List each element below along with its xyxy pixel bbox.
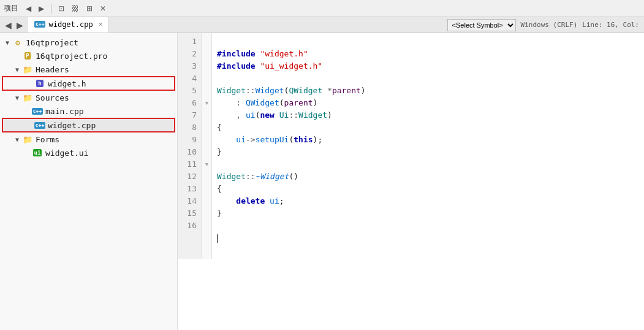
main-content: ▼ ⚙ 16qtproject P 16qtproject.pro ▼ 📁 He… bbox=[0, 33, 644, 330]
tree-item-widget-ui[interactable]: ui widget.ui bbox=[0, 146, 177, 159]
toolbar: 项目 ◀ ▶ ⊡ ⛓ ⊞ ✕ bbox=[0, 0, 644, 17]
widget-h-label: widget.h bbox=[48, 79, 86, 88]
marker-15 bbox=[202, 207, 211, 220]
empty-editor-area bbox=[178, 259, 644, 330]
line-num-11: 11 bbox=[180, 158, 197, 171]
line-numbers: 1 2 3 4 5 6 7 8 9 10 11 12 13 14 15 16 bbox=[178, 33, 202, 259]
line-num-6: 6 bbox=[180, 97, 197, 109]
tree-item-sources[interactable]: ▼ 📁 Sources bbox=[0, 91, 177, 104]
cursor-position: Line: 16, Col: bbox=[582, 21, 639, 29]
line-4: Widget::Widget(QWidget *parent) bbox=[217, 86, 366, 95]
line-5: : QWidget(parent) bbox=[217, 98, 317, 107]
forms-folder-icon: 📁 bbox=[22, 135, 33, 144]
nav-forward-button[interactable]: ▶ bbox=[36, 3, 47, 14]
toggle-headers: ▼ bbox=[12, 66, 22, 73]
filter-button[interactable]: ⊡ bbox=[56, 3, 67, 14]
cpp-main-icon: c++ bbox=[32, 107, 43, 115]
marker-16 bbox=[202, 220, 211, 232]
close-panel-button[interactable]: ✕ bbox=[97, 3, 108, 14]
tab-close-button[interactable]: × bbox=[99, 20, 103, 28]
h-icon: h bbox=[34, 79, 45, 88]
marker-5 bbox=[202, 85, 211, 97]
marker-12 bbox=[202, 171, 211, 183]
line-num-8: 8 bbox=[180, 121, 197, 134]
symbol-selector[interactable]: <Select Symbol> bbox=[447, 19, 516, 31]
split-button[interactable]: ⊞ bbox=[84, 3, 95, 14]
project-icon: ⚙ bbox=[12, 38, 23, 47]
line-ending: Windows (CRLF) bbox=[521, 21, 578, 29]
toggle-project: ▼ bbox=[2, 39, 12, 46]
line-num-15: 15 bbox=[180, 207, 197, 220]
tree-item-widget-h[interactable]: h widget.h bbox=[2, 77, 175, 90]
line-num-1: 1 bbox=[180, 36, 197, 48]
sources-label: Sources bbox=[36, 93, 69, 102]
ui-icon: ui bbox=[32, 148, 43, 157]
line-num-14: 14 bbox=[180, 195, 197, 207]
line-8: ui->setupUi(this); bbox=[217, 135, 322, 144]
line-num-16: 16 bbox=[180, 220, 197, 232]
code-area: 1 2 3 4 5 6 7 8 9 10 11 12 13 14 15 16 bbox=[178, 33, 644, 259]
tab-widget-cpp[interactable]: c++ widget.cpp × bbox=[28, 17, 109, 33]
toggle-sources: ▼ bbox=[12, 94, 22, 101]
sources-folder-icon: 📁 bbox=[22, 93, 33, 102]
line-num-3: 3 bbox=[180, 60, 197, 72]
tree-item-main-cpp[interactable]: c++ main.cpp bbox=[0, 104, 177, 118]
line-num-5: 5 bbox=[180, 85, 197, 97]
line-16 bbox=[217, 233, 218, 242]
marker-13 bbox=[202, 183, 211, 195]
forms-label: Forms bbox=[36, 135, 59, 144]
tab-nav-forward[interactable]: ▶ bbox=[15, 20, 25, 30]
link-button[interactable]: ⛓ bbox=[69, 3, 81, 14]
tab-nav-back[interactable]: ◀ bbox=[4, 20, 13, 30]
line-13: delete ui; bbox=[217, 196, 284, 205]
tree-item-widget-cpp[interactable]: c++ widget.cpp bbox=[2, 118, 175, 132]
tab-cpp-icon: c++ bbox=[34, 21, 45, 28]
line-7: { bbox=[217, 123, 222, 132]
project-label: 项目 bbox=[4, 3, 18, 13]
tree-item-pro[interactable]: P 16qtproject.pro bbox=[0, 49, 177, 63]
pro-label: 16qtproject.pro bbox=[36, 52, 107, 61]
tree-item-forms[interactable]: ▼ 📁 Forms bbox=[0, 132, 177, 146]
headers-label: Headers bbox=[36, 65, 69, 74]
marker-4 bbox=[202, 72, 211, 85]
pro-icon: P bbox=[22, 52, 33, 60]
line-12: { bbox=[217, 184, 222, 193]
main-cpp-label: main.cpp bbox=[45, 107, 84, 116]
marker-6: ▼ bbox=[202, 97, 211, 109]
project-label-tree: 16qtproject bbox=[26, 38, 78, 47]
cpp-widget-icon: c++ bbox=[34, 121, 45, 129]
line-14: } bbox=[217, 209, 222, 218]
tab-nav: ◀ ▶ bbox=[0, 17, 28, 33]
marker-7 bbox=[202, 109, 211, 121]
line-6: , ui(new Ui::Widget) bbox=[217, 110, 332, 120]
tab-right-section: <Select Symbol> Windows (CRLF) Line: 16,… bbox=[447, 17, 644, 33]
line-markers: ▼ ▼ bbox=[202, 33, 212, 259]
headers-folder-icon: 📁 bbox=[22, 65, 33, 74]
marker-14 bbox=[202, 195, 211, 207]
line-9: } bbox=[217, 147, 222, 156]
line-num-9: 9 bbox=[180, 134, 197, 146]
marker-9 bbox=[202, 134, 211, 146]
marker-11: ▼ bbox=[202, 158, 211, 171]
line-num-4: 4 bbox=[180, 72, 197, 85]
tab-label: widget.cpp bbox=[48, 20, 93, 29]
line-1: #include "widget.h" bbox=[217, 49, 308, 58]
line-11: Widget::~Widget() bbox=[217, 172, 298, 181]
separator-1 bbox=[51, 4, 51, 13]
code-content[interactable]: #include "widget.h" #include "ui_widget.… bbox=[212, 33, 644, 259]
tree-item-project[interactable]: ▼ ⚙ 16qtproject bbox=[0, 36, 177, 49]
tree-item-headers[interactable]: ▼ 📁 Headers bbox=[0, 63, 177, 76]
widget-ui-label: widget.ui bbox=[45, 148, 88, 158]
marker-10 bbox=[202, 146, 211, 158]
line-num-2: 2 bbox=[180, 48, 197, 60]
marker-2 bbox=[202, 48, 211, 60]
nav-back-button[interactable]: ◀ bbox=[23, 3, 34, 14]
tabbar: ◀ ▶ c++ widget.cpp × <Select Symbol> Win… bbox=[0, 17, 644, 33]
widget-cpp-label: widget.cpp bbox=[48, 121, 96, 130]
editor[interactable]: 1 2 3 4 5 6 7 8 9 10 11 12 13 14 15 16 bbox=[178, 33, 644, 330]
marker-3 bbox=[202, 60, 211, 72]
toggle-forms: ▼ bbox=[12, 136, 22, 143]
marker-8 bbox=[202, 121, 211, 134]
line-num-7: 7 bbox=[180, 109, 197, 121]
sidebar: ▼ ⚙ 16qtproject P 16qtproject.pro ▼ 📁 He… bbox=[0, 33, 178, 330]
